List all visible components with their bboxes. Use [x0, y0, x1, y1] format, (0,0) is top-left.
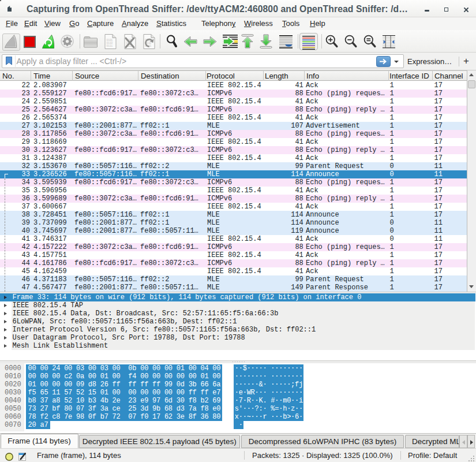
svg-text:0111: 0111 [107, 44, 113, 47]
